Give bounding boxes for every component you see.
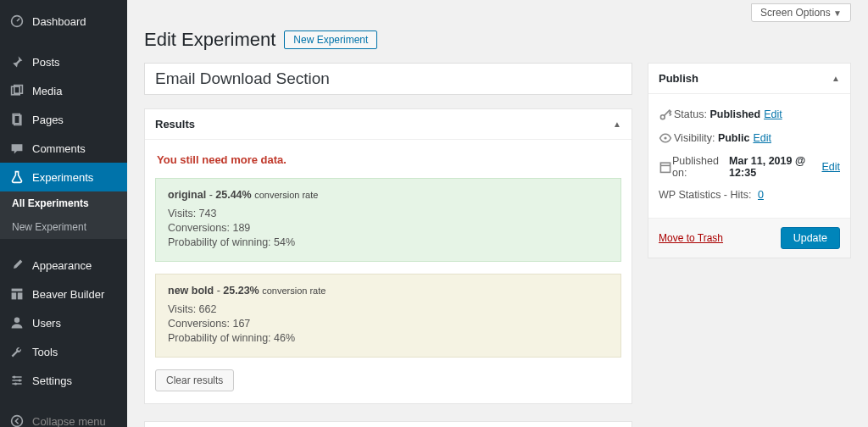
sidebar-item-settings[interactable]: Settings [0, 366, 127, 395]
pin-icon [8, 53, 25, 70]
publish-panel: Publish ▲ Status: Published Edit Visibil [648, 63, 851, 258]
screen-options-label: Screen Options [760, 7, 831, 19]
eye-icon [659, 131, 674, 145]
sidebar-item-beaver-builder[interactable]: Beaver Builder [0, 280, 127, 308]
status-value: Published [709, 108, 760, 120]
brush-icon [8, 257, 25, 274]
sidebar-item-pages[interactable]: Pages [0, 105, 127, 134]
new-experiment-button[interactable]: New Experiment [284, 30, 377, 49]
publish-date-value: Mar 11, 2019 @ 12:35 [729, 155, 818, 179]
svg-point-14 [664, 136, 666, 139]
results-panel: Results ▲ You still need more data. orig… [144, 108, 632, 404]
variant-rate: 25.23% [223, 285, 259, 297]
svg-point-9 [13, 375, 15, 378]
clear-results-button[interactable]: Clear results [155, 369, 234, 391]
svg-rect-6 [12, 292, 17, 299]
edit-visibility-link[interactable]: Edit [753, 132, 771, 144]
key-icon [659, 108, 674, 121]
variant-name: new bold [168, 285, 214, 297]
main-content: Screen Options ▼ Edit Experiment New Exp… [127, 0, 868, 427]
edit-status-link[interactable]: Edit [764, 108, 782, 120]
svg-point-8 [14, 318, 19, 323]
admin-sidebar: Dashboard Posts Media Pages Comments Exp… [0, 0, 127, 427]
sidebar-item-users[interactable]: Users [0, 308, 127, 337]
chevron-up-icon: ▲ [613, 119, 621, 129]
sidebar-item-appearance[interactable]: Appearance [0, 251, 127, 280]
sidebar-item-label: Settings [32, 374, 72, 387]
collapse-icon [8, 413, 25, 427]
variant-visits: 662 [199, 303, 217, 315]
publish-heading: Publish [659, 72, 698, 85]
edit-date-link[interactable]: Edit [821, 161, 840, 173]
variant-name: original [168, 189, 206, 201]
sidebar-item-label: Comments [32, 142, 86, 155]
svg-point-10 [19, 379, 21, 381]
wrench-icon [8, 343, 25, 360]
sidebar-item-label: Dashboard [32, 15, 86, 28]
results-heading: Results [155, 118, 195, 130]
variant-rate-suffix: conversion rate [262, 286, 326, 296]
page-icon [8, 111, 25, 128]
variant-rate-suffix: conversion rate [254, 190, 318, 200]
media-icon [8, 82, 25, 99]
variant-conversions: 189 [232, 222, 250, 234]
sidebar-item-experiments[interactable]: Experiments [0, 163, 127, 191]
svg-rect-5 [12, 289, 23, 291]
submenu-new-experiment[interactable]: New Experiment [0, 215, 127, 239]
calendar-icon [659, 160, 672, 174]
page-title: Edit Experiment [144, 29, 275, 51]
variant-conversions: 167 [232, 318, 250, 330]
sidebar-item-tools[interactable]: Tools [0, 337, 127, 366]
sidebar-item-posts[interactable]: Posts [0, 47, 127, 76]
dashboard-icon [8, 13, 25, 30]
sliders-icon [8, 372, 25, 389]
sidebar-item-label: Tools [32, 346, 58, 358]
sidebar-item-dashboard[interactable]: Dashboard [0, 7, 127, 36]
variant-probability: 46% [274, 332, 295, 344]
svg-point-11 [14, 382, 17, 385]
sidebar-item-label: Users [32, 317, 61, 330]
chevron-up-icon: ▲ [832, 74, 840, 83]
sidebar-submenu: All Experiments New Experiment [0, 191, 127, 239]
sidebar-item-label: Beaver Builder [32, 288, 104, 301]
submenu-all-experiments[interactable]: All Experiments [0, 191, 127, 215]
sidebar-item-label: Media [32, 85, 62, 97]
svg-point-12 [12, 416, 23, 427]
variant-card-new-bold: new bold - 25.23% conversion rate Visits… [155, 274, 621, 358]
sidebar-item-collapse[interactable]: Collapse menu [0, 407, 127, 427]
sidebar-item-label: Posts [32, 56, 60, 69]
variant-visits: 743 [199, 208, 217, 219]
sidebar-item-media[interactable]: Media [0, 76, 127, 105]
wp-stats-hits[interactable]: 0 [758, 189, 764, 201]
targeting-panel-head[interactable]: Targeting ▼ [145, 422, 632, 427]
need-more-data-message: You still need more data. [155, 148, 621, 178]
sidebar-item-label: Pages [32, 114, 64, 126]
publish-date-row: Published on: Mar 11, 2019 @ 12:35 Edit [659, 150, 840, 184]
publish-status-row: Status: Published Edit [659, 103, 840, 126]
sidebar-item-label: Collapse menu [32, 415, 106, 428]
variant-probability: 54% [274, 236, 295, 248]
user-icon [8, 314, 25, 331]
svg-rect-15 [660, 163, 670, 172]
experiment-title-input[interactable] [144, 63, 632, 95]
publish-panel-head[interactable]: Publish ▲ [648, 64, 850, 94]
sidebar-item-label: Appearance [32, 259, 92, 272]
variant-rate: 25.44% [215, 189, 251, 201]
comment-icon [8, 140, 25, 157]
move-to-trash-link[interactable]: Move to Trash [659, 232, 723, 244]
flask-icon [8, 169, 25, 186]
visibility-value: Public [718, 132, 750, 144]
publish-visibility-row: Visibility: Public Edit [659, 126, 840, 150]
wp-stats-row: WP Statistics - Hits: 0 [659, 184, 840, 206]
variant-card-original: original - 25.44% conversion rate Visits… [155, 178, 621, 262]
layout-icon [8, 286, 25, 302]
screen-options-toggle[interactable]: Screen Options ▼ [751, 3, 851, 22]
svg-rect-7 [18, 292, 23, 299]
update-button[interactable]: Update [781, 227, 840, 249]
results-panel-head[interactable]: Results ▲ [145, 109, 632, 140]
chevron-down-icon: ▼ [833, 8, 842, 18]
sidebar-item-comments[interactable]: Comments [0, 134, 127, 163]
sidebar-item-label: Experiments [32, 171, 93, 184]
targeting-panel: Targeting ▼ [144, 421, 632, 427]
